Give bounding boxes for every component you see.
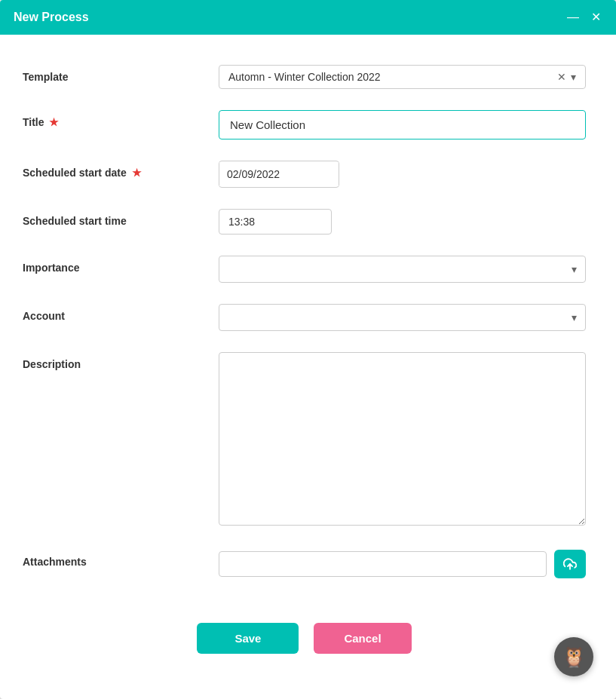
chevron-down-icon: ▾ [571, 71, 576, 83]
account-control: ▾ [219, 304, 586, 331]
new-process-window: New Process — ✕ Template Automn - Winter… [0, 0, 616, 699]
scheduled-start-date-row: Scheduled start date ★ [23, 161, 586, 188]
account-select-wrapper: ▾ [219, 304, 586, 331]
scheduled-start-date-label: Scheduled start date ★ [23, 161, 219, 179]
account-label: Account [23, 304, 219, 322]
cancel-button[interactable]: Cancel [314, 623, 411, 654]
title-input[interactable] [219, 110, 586, 139]
description-control [219, 352, 586, 529]
description-textarea[interactable] [219, 352, 586, 526]
upload-button[interactable] [554, 550, 586, 578]
time-input[interactable] [219, 209, 332, 235]
attachments-wrapper [219, 550, 586, 578]
importance-label: Importance [23, 256, 219, 274]
template-clear-icon[interactable]: ✕ [557, 71, 566, 83]
owl-avatar[interactable]: 🦉 [554, 637, 593, 676]
importance-control: Low Medium High ▾ [219, 256, 586, 283]
scheduled-start-date-control [219, 161, 586, 188]
template-value: Automn - Winter Collection 2022 [228, 71, 557, 83]
scheduled-start-time-label: Scheduled start time [23, 209, 219, 227]
minimize-button[interactable]: — [565, 11, 581, 23]
date-wrapper [219, 161, 339, 188]
title-control [219, 110, 586, 139]
attachments-input[interactable] [219, 551, 547, 577]
attachments-row: Attachments [23, 550, 586, 578]
scheduled-start-time-row: Scheduled start time [23, 209, 586, 235]
template-row: Template Automn - Winter Collection 2022… [23, 65, 586, 89]
account-row: Account ▾ [23, 304, 586, 331]
attachments-control [219, 550, 586, 578]
close-button[interactable]: ✕ [590, 11, 602, 23]
title-label: Title ★ [23, 110, 219, 128]
title-bar: New Process — ✕ [0, 0, 616, 35]
template-control: Automn - Winter Collection 2022 ✕ ▾ [219, 65, 586, 89]
title-required-star: ★ [49, 116, 59, 128]
template-dropdown[interactable]: Automn - Winter Collection 2022 ✕ ▾ [219, 65, 586, 89]
importance-select-wrapper: Low Medium High ▾ [219, 256, 586, 283]
form-footer: Save Cancel [23, 608, 586, 676]
window-title: New Process [14, 11, 89, 24]
date-required-star: ★ [132, 167, 142, 179]
importance-row: Importance Low Medium High ▾ [23, 256, 586, 283]
scheduled-start-time-control [219, 209, 586, 235]
account-select[interactable] [219, 304, 586, 331]
date-input[interactable] [219, 162, 339, 186]
window-controls: — ✕ [565, 11, 602, 23]
title-row: Title ★ [23, 110, 586, 139]
form-body: Template Automn - Winter Collection 2022… [0, 35, 616, 699]
attachments-label: Attachments [23, 550, 219, 568]
importance-select[interactable]: Low Medium High [219, 256, 586, 283]
save-button[interactable]: Save [197, 623, 299, 654]
template-label: Template [23, 65, 219, 83]
description-row: Description [23, 352, 586, 529]
description-label: Description [23, 352, 219, 370]
